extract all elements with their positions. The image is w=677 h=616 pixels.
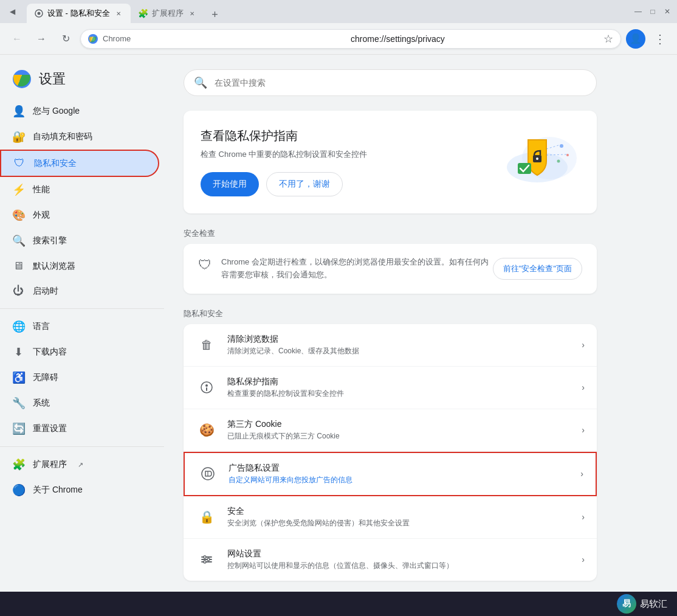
security-icon: 🔒 <box>196 506 218 528</box>
back-button[interactable]: ← <box>7 29 27 49</box>
settings-row-ad-privacy[interactable]: 广告隐私设置 自定义网站可用来向您投放广告的信息 › <box>184 452 597 496</box>
ad-privacy-title: 广告隐私设置 <box>229 463 571 474</box>
sidebar-item-startup[interactable]: ⏻ 启动时 <box>0 279 159 303</box>
settings-row-cookies[interactable]: 🍪 第三方 Cookie 已阻止无痕模式下的第三方 Cookie › <box>184 409 597 452</box>
settings-search-bar[interactable]: 🔍 <box>184 69 597 96</box>
extensions-tab-icon: 🧩 <box>138 9 148 18</box>
safety-card-left: 🛡 Chrome 会定期进行检查，以确保您的浏览器使用最安全的设置。如有任何内容… <box>198 256 493 282</box>
downloads-icon: ⬇ <box>12 345 24 359</box>
sidebar-item-browser[interactable]: 🖥 默认浏览器 <box>0 254 159 279</box>
clear-browsing-arrow: › <box>582 340 585 350</box>
maximize-button[interactable]: □ <box>648 7 658 16</box>
safety-description: Chrome 会定期进行检查，以确保您的浏览器使用最安全的设置。如有任何内容需要… <box>221 256 493 282</box>
sidebar-item-performance[interactable]: ⚡ 性能 <box>0 177 159 202</box>
system-icon: 🔧 <box>12 396 24 410</box>
site-settings-icon <box>196 549 218 570</box>
external-link-icon: ↗ <box>78 461 83 469</box>
safety-check-button[interactable]: 前往"安全检查"页面 <box>493 258 582 280</box>
sidebar-item-privacy[interactable]: 🛡 隐私和安全 <box>0 150 159 177</box>
settings-title-row: 设置 <box>0 64 164 99</box>
url-bar[interactable]: Chrome chrome://settings/privacy ☆ <box>80 29 621 49</box>
sidebar-item-downloads[interactable]: ⬇ 下载内容 <box>0 339 159 365</box>
tab-settings[interactable]: 设置 - 隐私和安全 ✕ <box>27 4 131 23</box>
safety-check-card: 🛡 Chrome 会定期进行检查，以确保您的浏览器使用最安全的设置。如有任何内容… <box>184 244 597 294</box>
sidebar-item-search[interactable]: 🔍 搜索引擎 <box>0 228 159 254</box>
startup-icon: ⏻ <box>12 285 24 297</box>
refresh-button[interactable]: ↻ <box>56 29 75 49</box>
tab2-close-button[interactable]: ✕ <box>187 9 197 18</box>
sidebar-item-about[interactable]: 🔵 关于 Chrome <box>0 477 159 503</box>
ad-privacy-arrow: › <box>580 469 583 479</box>
profile-button[interactable]: 👤 <box>626 29 645 49</box>
start-button[interactable]: 开始使用 <box>201 172 259 196</box>
google-icon: 👤 <box>12 105 24 118</box>
svg-point-25 <box>204 556 206 558</box>
browser-icon: 🖥 <box>12 260 24 272</box>
cookies-arrow: › <box>582 425 585 435</box>
security-arrow: › <box>582 512 585 522</box>
sidebar-item-accessibility[interactable]: ♿ 无障碍 <box>0 365 159 390</box>
site-settings-title: 网站设置 <box>227 549 572 559</box>
privacy-guide-card: 查看隐私保护指南 检查 Chrome 中重要的隐私控制设置和安全控件 开始使用 … <box>184 111 597 213</box>
tab-extensions[interactable]: 🧩 扩展程序 ✕ <box>131 4 204 23</box>
language-icon: 🌐 <box>12 320 24 333</box>
settings-search-input[interactable] <box>215 78 586 88</box>
sidebar-label-downloads: 下载内容 <box>33 347 67 358</box>
ad-privacy-text: 广告隐私设置 自定义网站可用来向您投放广告的信息 <box>229 463 571 485</box>
sidebar-label-startup: 启动时 <box>33 286 58 297</box>
site-settings-subtitle: 控制网站可以使用和显示的信息（位置信息、摄像头、弹出式窗口等） <box>227 561 572 571</box>
sidebar-item-system[interactable]: 🔧 系统 <box>0 390 159 416</box>
sidebar-item-appearance[interactable]: 🎨 外观 <box>0 202 159 228</box>
guide-card-buttons: 开始使用 不用了，谢谢 <box>201 172 485 196</box>
refresh-icon: ↻ <box>62 33 70 44</box>
privacy-icon: 🛡 <box>13 157 26 170</box>
sidebar-label-accessibility: 无障碍 <box>33 372 58 383</box>
sidebar-item-autofill[interactable]: 🔐 自动填充和密码 <box>0 124 159 150</box>
settings-row-clear-browsing[interactable]: 🗑 清除浏览数据 清除浏览记录、Cookie、缓存及其他数据 › <box>184 324 597 367</box>
site-settings-icon-svg <box>200 553 213 566</box>
safety-shield-icon: 🛡 <box>198 257 211 273</box>
sidebar-divider-2 <box>0 446 164 447</box>
privacy-guide-row-icon <box>196 376 218 398</box>
tab-strip: 设置 - 隐私和安全 ✕ 🧩 扩展程序 ✕ + <box>27 0 631 23</box>
accessibility-icon: ♿ <box>12 371 24 384</box>
minimize-button[interactable]: — <box>633 7 643 16</box>
sidebar-label-autofill: 自动填充和密码 <box>33 131 92 142</box>
tab-history-back[interactable]: ◀ <box>5 4 19 19</box>
new-tab-button[interactable]: + <box>207 6 224 23</box>
clear-browsing-subtitle: 清除浏览记录、Cookie、缓存及其他数据 <box>227 346 572 356</box>
sidebar-item-reset[interactable]: 🔄 重置设置 <box>0 416 159 441</box>
titlebar: ◀ 设置 - 隐私和安全 ✕ 🧩 扩展程序 ✕ + — □ ✕ <box>0 0 677 23</box>
site-settings-text: 网站设置 控制网站可以使用和显示的信息（位置信息、摄像头、弹出式窗口等） <box>227 549 572 571</box>
chrome-menu-button[interactable]: ⋮ <box>650 29 670 49</box>
privacy-guide-row-title: 隐私保护指南 <box>227 376 572 387</box>
settings-row-security[interactable]: 🔒 安全 安全浏览（保护您免受危险网站的侵害）和其他安全设置 › <box>184 496 597 539</box>
privacy-guide-row-subtitle: 检查重要的隐私控制设置和安全控件 <box>227 389 572 399</box>
ad-privacy-subtitle: 自定义网站可用来向您投放广告的信息 <box>229 475 571 485</box>
settings-row-privacy-guide[interactable]: 隐私保护指南 检查重要的隐私控制设置和安全控件 › <box>184 367 597 409</box>
sidebar-label-appearance: 外观 <box>33 210 50 221</box>
security-title: 安全 <box>227 506 572 517</box>
sidebar-label-about: 关于 Chrome <box>33 485 83 496</box>
settings-row-site-settings[interactable]: 网站设置 控制网站可以使用和显示的信息（位置信息、摄像头、弹出式窗口等） › <box>184 539 597 581</box>
decline-button[interactable]: 不用了，谢谢 <box>266 172 343 196</box>
svg-point-26 <box>207 558 210 561</box>
sidebar-item-google[interactable]: 👤 您与 Google <box>0 99 159 124</box>
sidebar-item-extensions[interactable]: 🧩 扩展程序 ↗ <box>0 452 159 477</box>
privacy-guide-text: 隐私保护指南 检查重要的隐私控制设置和安全控件 <box>227 376 572 399</box>
forward-button[interactable]: → <box>32 29 51 49</box>
watermark-logo: 易 <box>617 594 636 614</box>
main-area: 设置 👤 您与 Google 🔐 自动填充和密码 🛡 隐私和安全 ⚡ 性能 🎨 … <box>0 55 677 592</box>
clear-browsing-title: 清除浏览数据 <box>227 334 572 345</box>
site-settings-arrow: › <box>582 555 585 564</box>
tab1-close-button[interactable]: ✕ <box>114 9 123 18</box>
search-icon: 🔍 <box>194 76 207 89</box>
watermark-text: 易软汇 <box>640 598 667 610</box>
bookmark-star-icon[interactable]: ☆ <box>603 32 613 46</box>
clear-browsing-icon: 🗑 <box>196 334 218 356</box>
close-window-button[interactable]: ✕ <box>662 7 672 16</box>
watermark: 易 易软汇 <box>617 594 667 614</box>
sidebar-item-language[interactable]: 🌐 语言 <box>0 314 159 339</box>
sidebar-label-performance: 性能 <box>33 184 50 195</box>
safety-check-section-header: 安全检查 <box>184 228 658 239</box>
